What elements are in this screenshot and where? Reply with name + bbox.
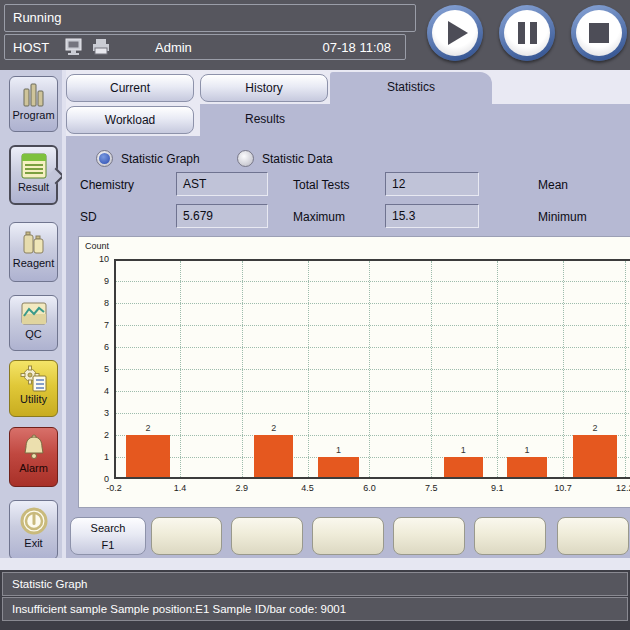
y-gridline: [116, 281, 630, 282]
function-key-6[interactable]: [474, 517, 546, 555]
total-tests-field[interactable]: 12: [385, 172, 479, 196]
sidebar-item-qc[interactable]: QC: [9, 295, 58, 351]
radio-statistic-data[interactable]: [237, 150, 254, 167]
y-tick-label: 5: [85, 364, 109, 374]
search-button-label: Search: [71, 520, 145, 537]
sidebar-item-result[interactable]: Result: [9, 145, 58, 205]
tab-workload[interactable]: Workload: [66, 106, 194, 134]
x-tick-label: 2.9: [226, 483, 258, 493]
sidebar-item-reagent[interactable]: Reagent: [9, 222, 58, 282]
maximum-label: Maximum: [293, 210, 345, 224]
sidebar-item-label: Result: [11, 181, 56, 196]
search-f1-button[interactable]: Search F1: [70, 517, 146, 555]
y-tick-label: 10: [85, 254, 109, 264]
function-key-2[interactable]: [151, 517, 222, 555]
stop-icon: [589, 23, 609, 43]
sidebar-item-label: Reagent: [10, 257, 57, 272]
y-tick-label: 7: [85, 320, 109, 330]
running-status-box: Running: [4, 4, 416, 32]
tab-history[interactable]: History: [200, 74, 328, 102]
minimum-label: Minimum: [538, 210, 587, 224]
x-tick-label: 9.1: [481, 483, 513, 493]
tab-label: Workload: [105, 113, 155, 127]
chemistry-field[interactable]: AST: [176, 172, 268, 196]
y-tick-label: 4: [85, 386, 109, 396]
function-key-7[interactable]: [557, 517, 629, 555]
tab-current[interactable]: Current: [66, 74, 194, 102]
host-box: HOST Admin 07-18 11:08: [4, 34, 406, 60]
x-gridline: [625, 261, 626, 477]
datetime: 07-18 11:08: [323, 40, 391, 55]
logged-in-user: Admin: [155, 40, 192, 55]
x-tick-label: 4.5: [292, 483, 324, 493]
sd-field[interactable]: 5.679: [176, 204, 268, 228]
stop-button[interactable]: [571, 5, 627, 61]
histogram-bar: [507, 457, 546, 477]
tab-label: Statistics: [387, 80, 435, 94]
sidebar-item-label: QC: [10, 328, 57, 343]
radio-statistic-graph[interactable]: [96, 150, 113, 167]
function-key-3[interactable]: [231, 517, 303, 555]
sidebar-item-label: Program: [10, 109, 57, 124]
top-bar: Running HOST Admin 07-18 11:08: [0, 0, 630, 73]
bottom-divider: [0, 558, 630, 570]
x-tick-label: 10.7: [547, 483, 579, 493]
histogram-bar: [444, 457, 483, 477]
bar-value-label: 2: [126, 423, 169, 433]
radio-label-statistic-data: Statistic Data: [262, 152, 333, 166]
tab-label: Results: [245, 112, 285, 126]
tab-label: History: [245, 81, 282, 95]
y-gridline: [116, 435, 630, 436]
bar-value-label: 2: [573, 423, 616, 433]
status-area: Statistic Graph Insufficient sample Samp…: [0, 570, 630, 630]
x-gridline: [308, 261, 309, 477]
total-tests-label: Total Tests: [293, 178, 349, 192]
running-status-text: Running: [13, 10, 61, 25]
y-tick-label: 6: [85, 342, 109, 352]
status-line-view: Statistic Graph: [2, 572, 628, 596]
result-icon: [19, 151, 49, 181]
y-tick-label: 8: [85, 298, 109, 308]
x-tick-label: 6.0: [353, 483, 385, 493]
x-gridline: [431, 261, 432, 477]
sidebar-item-exit[interactable]: Exit: [9, 500, 58, 560]
sidebar-item-utility[interactable]: Utility: [9, 360, 58, 417]
x-gridline: [180, 261, 181, 477]
x-gridline: [242, 261, 243, 477]
bar-value-label: 1: [507, 445, 546, 455]
function-key-5[interactable]: [393, 517, 465, 555]
reagent-icon: [19, 227, 49, 257]
pause-icon: [518, 22, 537, 44]
y-tick-label: 2: [85, 430, 109, 440]
y-tick-label: 9: [85, 276, 109, 286]
y-gridline: [116, 347, 630, 348]
bar-value-label: 2: [254, 423, 293, 433]
plot-top-border: [114, 259, 630, 261]
y-gridline: [116, 325, 630, 326]
histogram-bar: [318, 457, 359, 477]
chart-ylabel: Count: [85, 241, 109, 251]
histogram-bar: [126, 435, 169, 477]
program-icon: [19, 81, 49, 109]
y-tick-label: 3: [85, 408, 109, 418]
histogram-bar: [573, 435, 616, 477]
x-gridline: [369, 261, 370, 477]
bar-value-label: 1: [444, 445, 483, 455]
search-button-key: F1: [71, 537, 145, 554]
sidebar-item-alarm[interactable]: Alarm: [9, 427, 58, 487]
sidebar-item-label: Exit: [10, 537, 57, 552]
tab-results[interactable]: Results: [200, 104, 330, 136]
x-axis: [114, 477, 630, 479]
y-gridline: [116, 391, 630, 392]
x-gridline: [497, 261, 498, 477]
mean-label: Mean: [538, 178, 568, 192]
maximum-field[interactable]: 15.3: [385, 204, 479, 228]
sidebar-item-program[interactable]: Program: [9, 76, 58, 132]
function-key-4[interactable]: [312, 517, 384, 555]
pause-button[interactable]: [499, 5, 555, 61]
y-axis: [114, 259, 116, 479]
sd-label: SD: [80, 210, 97, 224]
utility-icon: [19, 365, 49, 393]
tab-statistics[interactable]: Statistics: [330, 72, 492, 106]
start-button[interactable]: [427, 5, 483, 61]
